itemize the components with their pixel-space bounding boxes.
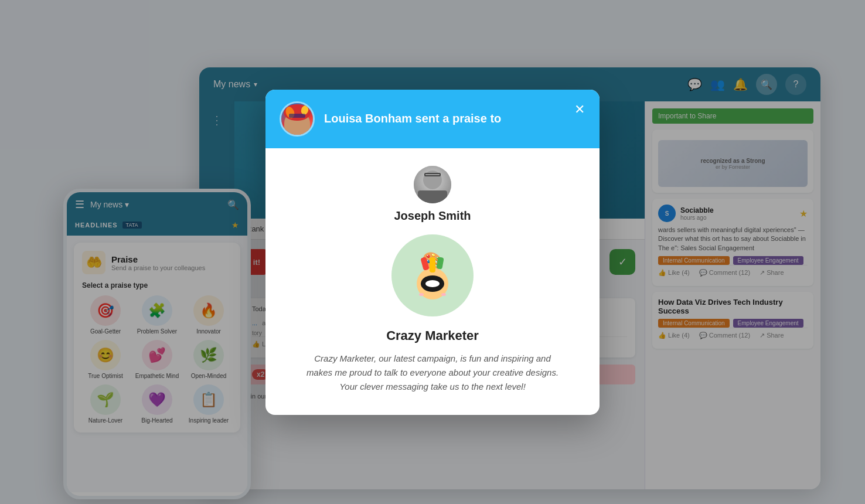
badge-circle: 🎨 [391, 234, 474, 316]
sender-avatar [280, 101, 315, 137]
modal-header-text: Louisa Bonham sent a praise to [324, 112, 501, 125]
badge-description: Crazy Marketer, our latest campaign, is … [304, 352, 561, 394]
modal-close-button[interactable]: ✕ [571, 101, 588, 118]
recipient-avatar [414, 166, 451, 203]
modal-overlay: Louisa Bonham sent a praise to ✕ Joseph … [0, 0, 865, 504]
badge-title: Crazy Marketer [280, 328, 585, 343]
praise-modal: Louisa Bonham sent a praise to ✕ Joseph … [265, 90, 600, 415]
modal-header: Louisa Bonham sent a praise to ✕ [265, 90, 600, 148]
modal-body: Joseph Smith 🎨 [265, 148, 600, 415]
recipient-name: Joseph Smith [280, 209, 585, 223]
